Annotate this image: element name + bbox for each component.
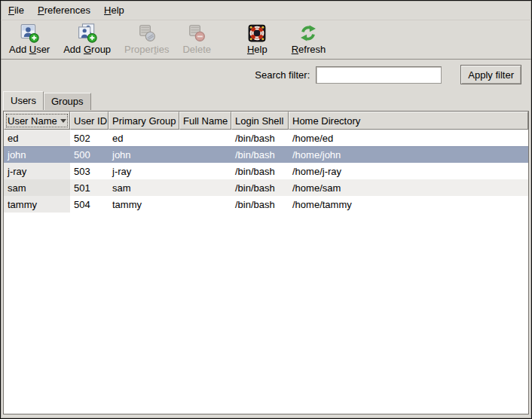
cell-full-name: [179, 163, 231, 179]
help-button[interactable]: Help: [241, 23, 274, 56]
delete-button[interactable]: Delete: [176, 23, 217, 56]
cell-full-name: [179, 146, 231, 163]
cell-full-name: [179, 130, 231, 146]
cell-login-shell: /bin/bash: [231, 179, 289, 196]
cell-login-shell: /bin/bash: [231, 130, 289, 146]
cell-full-name: [179, 196, 231, 213]
cell-user-name: j-ray: [4, 163, 70, 179]
menu-file-label: ile: [14, 5, 24, 16]
column-header-user-id[interactable]: User ID: [70, 112, 109, 130]
cell-user-id: 501: [70, 179, 109, 196]
add-group-icon: [78, 23, 97, 43]
search-filter-input[interactable]: [316, 66, 442, 84]
menu-help-label: elp: [111, 5, 124, 16]
menu-preferences-mnemonic: P: [38, 5, 44, 16]
add-group-label: Add Group: [63, 44, 111, 55]
cell-user-name: sam: [4, 179, 70, 196]
add-user-label: Add User: [9, 44, 50, 55]
properties-label: Properties: [124, 44, 169, 55]
properties-button[interactable]: Properties: [118, 23, 175, 56]
help-icon: [247, 23, 267, 43]
refresh-button[interactable]: Refresh: [286, 23, 332, 56]
column-header-login-shell[interactable]: Login Shell: [231, 112, 289, 130]
table-row-tammy[interactable]: tammy504tammy/bin/bash/home/tammy: [4, 196, 528, 213]
menu-preferences-label: references: [44, 5, 90, 16]
delete-label: Delete: [182, 44, 211, 55]
column-header-user-name[interactable]: User Name: [4, 112, 70, 130]
search-filter-label: Search filter:: [255, 69, 310, 81]
help-label: Help: [247, 44, 268, 55]
cell-primary-group: sam: [109, 179, 179, 196]
filter-bar: Search filter: Apply filter: [1, 60, 531, 90]
cell-user-name: ed: [4, 130, 70, 146]
tab-users[interactable]: Users: [3, 91, 44, 110]
user-table-rows: ed502ed/bin/bash/home/edjohn500john/bin/…: [4, 130, 528, 414]
column-header-home-directory[interactable]: Home Directory: [289, 112, 528, 130]
delete-icon: [187, 23, 206, 43]
cell-primary-group: tammy: [109, 196, 179, 213]
toolbar: Add User Add Group Pro: [1, 20, 531, 60]
column-header-full-name[interactable]: Full Name: [179, 112, 231, 130]
users-table: User Name User ID Primary Group Full Nam…: [3, 111, 529, 414]
cell-login-shell: /bin/bash: [231, 163, 289, 179]
menu-file[interactable]: File: [2, 2, 31, 19]
table-row-john[interactable]: john500john/bin/bash/home/john: [4, 146, 528, 163]
refresh-icon: [298, 23, 318, 43]
add-user-icon: [20, 23, 39, 43]
menubar: File Preferences Help: [1, 1, 531, 20]
cell-home-directory: /home/sam: [289, 179, 528, 196]
apply-filter-button[interactable]: Apply filter: [460, 65, 521, 84]
user-manager-window: { "colors": { "window_bg": "#dcdad5", "s…: [0, 0, 532, 419]
tab-groups[interactable]: Groups: [44, 93, 91, 110]
cell-home-directory: /home/john: [289, 146, 528, 163]
cell-primary-group: j-ray: [109, 163, 179, 179]
cell-login-shell: /bin/bash: [231, 146, 289, 163]
menu-help[interactable]: Help: [97, 2, 131, 19]
cell-user-id: 504: [70, 196, 109, 213]
properties-icon: [137, 23, 157, 43]
table-row-j-ray[interactable]: j-ray503j-ray/bin/bash/home/j-ray: [4, 163, 528, 179]
tab-strip: Users Groups: [1, 90, 531, 110]
cell-full-name: [179, 179, 231, 196]
table-row-sam[interactable]: sam501sam/bin/bash/home/sam: [4, 179, 528, 196]
menu-preferences[interactable]: Preferences: [31, 2, 97, 19]
cell-home-directory: /home/tammy: [289, 196, 528, 213]
cell-primary-group: john: [109, 146, 179, 163]
cell-home-directory: /home/ed: [289, 130, 528, 146]
add-user-button[interactable]: Add User: [3, 23, 56, 56]
sort-down-icon: [60, 119, 66, 123]
cell-user-id: 503: [70, 163, 109, 179]
notebook-page-users: User Name User ID Primary Group Full Nam…: [1, 110, 531, 418]
menu-file-mnemonic: F: [8, 5, 14, 16]
cell-user-name: tammy: [4, 196, 70, 213]
cell-user-id: 502: [70, 130, 109, 146]
add-group-button[interactable]: Add Group: [57, 23, 117, 56]
cell-home-directory: /home/j-ray: [289, 163, 528, 179]
users-table-header: User Name User ID Primary Group Full Nam…: [4, 112, 528, 130]
table-row-ed[interactable]: ed502ed/bin/bash/home/ed: [4, 130, 528, 146]
cell-primary-group: ed: [109, 130, 179, 146]
refresh-label: Refresh: [292, 44, 326, 55]
cell-login-shell: /bin/bash: [231, 196, 289, 213]
cell-user-id: 500: [70, 146, 109, 163]
column-header-primary-group[interactable]: Primary Group: [109, 112, 179, 130]
cell-user-name: john: [4, 146, 70, 163]
